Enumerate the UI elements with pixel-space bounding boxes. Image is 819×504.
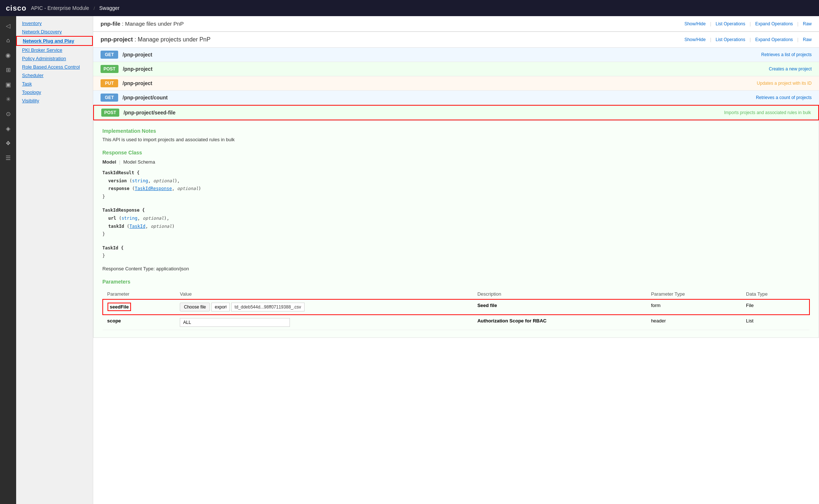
sidebar-item-rbac[interactable]: Role Based Access Control (16, 63, 93, 71)
api-desc-put-pnpproject: Updates a project with its ID (757, 81, 812, 86)
api-row-put-pnpproject[interactable]: PUT /pnp-project Updates a project with … (93, 76, 819, 91)
param-type-seedfile: form (647, 299, 742, 315)
param-value-seedfile[interactable]: Choose file td_ddeb544d...98ff07119388_.… (175, 299, 473, 315)
file-input-row: Choose file td_ddeb544d...98ff07119388_.… (180, 303, 469, 311)
method-badge-post-seedfile: POST (101, 109, 119, 117)
param-desc-scope: Authorization Scope for RBAC (473, 315, 647, 330)
sidebar-item-task[interactable]: Task (16, 80, 93, 88)
param-desc-seedfile: Seed file (473, 299, 647, 315)
col-header-value: Value (175, 289, 473, 299)
method-badge-post: POST (101, 65, 119, 73)
topbar-separator: / (94, 6, 95, 11)
pnpfile-show-hide[interactable]: Show/Hide (684, 21, 706, 26)
nodes-icon[interactable]: ⊙ (1, 107, 15, 120)
param-name-scope: scope (103, 315, 175, 330)
api-desc-get-pnpproject-count: Retrieves a count of projects (756, 95, 812, 100)
star-icon[interactable]: ✳ (1, 92, 15, 106)
col-header-parameter: Parameter (103, 289, 175, 299)
model-tabs: Model | Model Schema (102, 159, 810, 165)
api-row-get-pnpproject-count[interactable]: GET /pnp-project/count Retrieves a count… (93, 91, 819, 105)
api-desc-post-seedfile: Imports projects and associated rules in… (724, 110, 811, 115)
impl-title: Implementation Notes (102, 128, 810, 134)
main-content: pnp-file : Manage files under PnP Show/H… (93, 16, 819, 504)
col-header-param-type: Parameter Type (647, 289, 742, 299)
params-table: Parameter Value Description Parameter Ty… (102, 289, 810, 330)
pnpfile-actions: Show/Hide | List Operations | Expand Ope… (684, 21, 812, 26)
response-title: Response Class (102, 150, 810, 156)
api-path-get-pnpproject-count: /pnp-project/count (123, 95, 751, 101)
response-content-type: Response Content Type: application/json (102, 266, 810, 271)
sidebar-item-network-plug-and-play[interactable]: Network Plug and Play (16, 36, 93, 46)
api-desc-post-pnpproject: Creates a new project (769, 66, 812, 72)
choose-file-button[interactable]: Choose file (180, 303, 210, 311)
topbar-swagger: Swagger (99, 5, 120, 11)
code-taskid: TaskId { } (102, 244, 810, 260)
sidebar-item-network-discovery[interactable]: Network Discovery (16, 28, 93, 36)
pnpfile-title: pnp-file : Manage files under PnP (101, 21, 184, 27)
impl-text: This API is used to import projects and … (102, 137, 810, 142)
param-datatype-seedfile: File (742, 299, 809, 315)
api-path-get-pnpproject: /pnp-project (123, 52, 757, 58)
param-type-scope: header (647, 315, 742, 330)
pnpproject-list-ops[interactable]: List Operations (716, 37, 745, 42)
pnpfile-list-ops[interactable]: List Operations (716, 21, 745, 26)
api-path-post-pnpproject: /pnp-project (123, 66, 765, 72)
pnpproject-actions: Show/Hide | List Operations | Expand Ope… (684, 37, 812, 42)
sidebar: Inventory Network Discovery Network Plug… (16, 16, 93, 504)
sidebar-item-policy-admin[interactable]: Policy Administration (16, 54, 93, 63)
file-display: td_ddeb544d...98ff07119388_.csv (231, 303, 305, 311)
sidebar-item-topology[interactable]: Topology (16, 88, 93, 96)
pnpfile-section: pnp-file : Manage files under PnP Show/H… (93, 16, 819, 32)
param-value-scope[interactable] (175, 315, 473, 330)
home-icon[interactable]: ⌂ (1, 34, 15, 47)
icon-rail: ◁ ⌂ ◉ ⊞ ▣ ✳ ⊙ ◈ ❖ ☰ (0, 16, 16, 504)
pnpproject-expand-ops[interactable]: Expand Operations (755, 37, 793, 42)
sidebar-item-pki-broker[interactable]: PKI Broker Service (16, 46, 93, 54)
col-header-data-type: Data Type (742, 289, 809, 299)
api-desc-get-pnpproject: Retrieves a list of projects (761, 52, 812, 57)
param-datatype-scope: List (742, 315, 809, 330)
api-path-put-pnpproject: /pnp-project (123, 80, 753, 86)
code-taskidresponse: TaskIdResponse { url (string, optional),… (102, 207, 810, 238)
export-input[interactable] (211, 303, 230, 311)
model-schema-tab[interactable]: Model Schema (123, 159, 155, 165)
pnpproject-title: pnp-project : Manage projects under PnP (101, 36, 211, 43)
param-row-scope: scope Authorization Scope for RBAC heade… (103, 315, 809, 330)
topbar-logo: cisco (6, 4, 26, 12)
topbar: cisco APIC - Enterprise Module / Swagger (0, 0, 819, 16)
param-row-seedfile: seedFile Choose file td_ddeb544d...98ff0… (103, 299, 809, 315)
back-icon[interactable]: ◁ (1, 19, 15, 32)
method-badge-put: PUT (101, 79, 118, 87)
puzzle-icon[interactable]: ❖ (1, 136, 15, 150)
pnpfile-expand-ops[interactable]: Expand Operations (755, 21, 793, 26)
api-row-post-seedfile[interactable]: POST /pnp-project/seed-file Imports proj… (93, 105, 819, 120)
monitor-icon[interactable]: ▣ (1, 78, 15, 91)
pnpproject-raw[interactable]: Raw (803, 37, 812, 42)
api-row-post-pnpproject[interactable]: POST /pnp-project Creates a new project (93, 62, 819, 76)
pnpfile-raw[interactable]: Raw (803, 21, 812, 26)
expanded-section: Implementation Notes This API is used to… (93, 120, 819, 338)
menu-lines-icon[interactable]: ☰ (1, 151, 15, 164)
sidebar-item-inventory[interactable]: Inventory (16, 19, 93, 28)
scope-input[interactable] (180, 318, 290, 327)
method-badge-get: GET (101, 51, 118, 59)
sidebar-item-scheduler[interactable]: Scheduler (16, 71, 93, 80)
api-row-get-pnpproject[interactable]: GET /pnp-project Retrieves a list of pro… (93, 48, 819, 62)
layers-icon[interactable]: ⊞ (1, 63, 15, 76)
pnpproject-section-header: pnp-project : Manage projects under PnP … (93, 32, 819, 48)
model-tab[interactable]: Model (102, 159, 116, 165)
pnpproject-show-hide[interactable]: Show/Hide (684, 37, 706, 42)
cisco-logo-text: cisco (6, 4, 26, 12)
circle-icon[interactable]: ◉ (1, 48, 15, 62)
col-header-description: Description (473, 289, 647, 299)
code-taskidresult: TaskIdResult { version (string, optional… (102, 169, 810, 201)
map-icon[interactable]: ◈ (1, 122, 15, 135)
api-path-post-seedfile: /pnp-project/seed-file (124, 110, 720, 116)
sidebar-item-visibility[interactable]: Visibility (16, 96, 93, 105)
app-title: APIC - Enterprise Module (31, 5, 89, 11)
model-tab-separator: | (119, 159, 120, 165)
param-name-seedfile: seedFile (103, 299, 175, 315)
method-badge-get-count: GET (101, 94, 118, 102)
params-title: Parameters (102, 279, 810, 285)
